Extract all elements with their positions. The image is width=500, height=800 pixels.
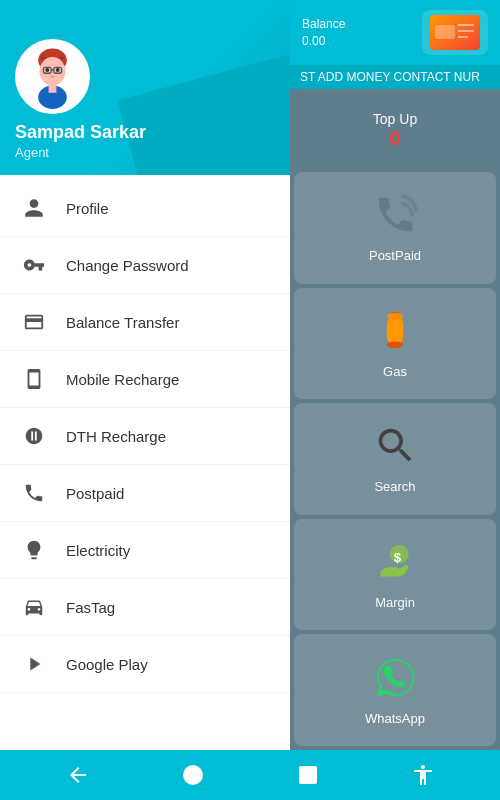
recent-button[interactable]	[296, 763, 320, 787]
margin-card[interactable]: $ Margin	[294, 519, 496, 631]
back-button[interactable]	[66, 763, 90, 787]
margin-service-label: Margin	[375, 595, 415, 610]
svg-rect-11	[49, 83, 57, 93]
svg-rect-13	[435, 25, 455, 39]
svg-point-19	[387, 313, 403, 320]
margin-service-icon: $	[373, 539, 418, 591]
sidebar-item-change-password[interactable]: Change Password	[0, 237, 290, 294]
balance-value: 0.00	[302, 33, 345, 50]
svg-rect-2	[59, 57, 64, 60]
topup-card[interactable]: Top Up 0	[294, 93, 496, 168]
gas-service-icon	[375, 308, 415, 360]
whatsapp-service-icon	[373, 655, 418, 707]
sidebar-item-electricity[interactable]: Electricity	[0, 522, 290, 579]
balance-transfer-icon	[20, 308, 48, 336]
svg-point-4	[45, 68, 49, 72]
user-role: Agent	[15, 145, 49, 160]
svg-rect-1	[41, 57, 46, 60]
sidebar: Sampad Sarkar Agent Profile	[0, 0, 290, 750]
svg-text:$: $	[393, 550, 401, 565]
svg-point-23	[183, 765, 203, 785]
svg-rect-24	[299, 766, 317, 784]
gas-service-label: Gas	[383, 364, 407, 379]
menu-list: Profile Change Password Balance Transfer	[0, 175, 290, 750]
marquee-bar: ST ADD MONEY CONTACT NUR	[290, 65, 500, 89]
mobile-icon	[20, 365, 48, 393]
sidebar-item-google-play[interactable]: Google Play	[0, 636, 290, 693]
top-bar: Balance 0.00	[290, 0, 500, 65]
electricity-label: Electricity	[66, 542, 130, 559]
fastag-icon	[20, 593, 48, 621]
balance-transfer-label: Balance Transfer	[66, 314, 179, 331]
postpaid-icon	[20, 479, 48, 507]
dth-icon	[20, 422, 48, 450]
accessibility-button[interactable]	[411, 763, 435, 787]
play-icon	[20, 650, 48, 678]
whatsapp-service-label: WhatsApp	[365, 711, 425, 726]
sidebar-item-fastag[interactable]: FasTag	[0, 579, 290, 636]
postpaid-label: Postpaid	[66, 485, 124, 502]
key-icon	[20, 251, 48, 279]
right-panel: Balance 0.00	[290, 0, 500, 750]
search-card[interactable]: Search	[294, 403, 496, 515]
search-service-label: Search	[374, 479, 415, 494]
postpaid-service-label: PostPaid	[369, 248, 421, 263]
balance-label: Balance	[302, 16, 345, 33]
sidebar-item-mobile-recharge[interactable]: Mobile Recharge	[0, 351, 290, 408]
svg-point-9	[51, 75, 55, 78]
svg-point-5	[56, 68, 60, 72]
profile-label: Profile	[66, 200, 109, 217]
svg-point-20	[387, 341, 403, 348]
home-button[interactable]	[181, 763, 205, 787]
electricity-icon	[20, 536, 48, 564]
fastag-label: FasTag	[66, 599, 115, 616]
service-grid: Top Up 0 PostPaid	[290, 89, 500, 750]
topup-value: 0	[389, 127, 400, 150]
marquee-text: ST ADD MONEY CONTACT NUR	[300, 70, 480, 84]
sidebar-header: Sampad Sarkar Agent	[0, 0, 290, 175]
change-password-label: Change Password	[66, 257, 189, 274]
postpaid-card[interactable]: PostPaid	[294, 172, 496, 284]
profile-icon	[20, 194, 48, 222]
balance-card	[422, 10, 488, 55]
whatsapp-card[interactable]: WhatsApp	[294, 634, 496, 746]
user-name: Sampad Sarkar	[15, 122, 146, 143]
postpaid-service-icon	[373, 192, 418, 244]
dth-recharge-label: DTH Recharge	[66, 428, 166, 445]
avatar	[15, 39, 90, 114]
topup-label: Top Up	[373, 111, 417, 127]
gas-card[interactable]: Gas	[294, 288, 496, 400]
svg-rect-17	[387, 316, 403, 345]
google-play-label: Google Play	[66, 656, 148, 673]
bottom-nav	[0, 750, 500, 800]
mobile-recharge-label: Mobile Recharge	[66, 371, 179, 388]
balance-info: Balance 0.00	[302, 16, 345, 50]
search-service-icon	[373, 423, 418, 475]
sidebar-item-postpaid[interactable]: Postpaid	[0, 465, 290, 522]
sidebar-item-profile[interactable]: Profile	[0, 180, 290, 237]
sidebar-item-balance-transfer[interactable]: Balance Transfer	[0, 294, 290, 351]
sidebar-item-dth-recharge[interactable]: DTH Recharge	[0, 408, 290, 465]
